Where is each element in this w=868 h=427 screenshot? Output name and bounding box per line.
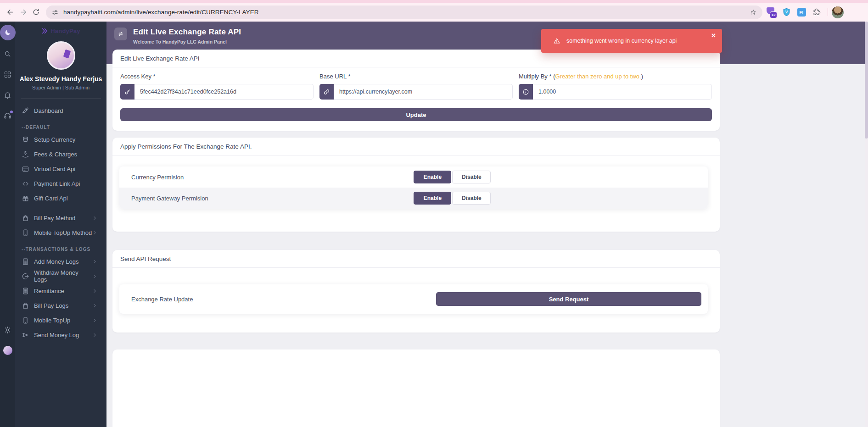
site-info-icon[interactable] bbox=[51, 9, 59, 16]
reload-button[interactable] bbox=[29, 6, 42, 19]
user-name: Alex Stevedy Handy Ferjus bbox=[15, 75, 106, 83]
permission-row-currency-permision: Currency PermisionEnableDisable bbox=[119, 166, 708, 188]
extension-shield-icon[interactable]: V bbox=[780, 6, 793, 19]
disable-button[interactable]: Disable bbox=[452, 192, 491, 205]
toolbar-divider bbox=[828, 8, 828, 16]
bag-icon bbox=[22, 214, 29, 222]
hand-dollar-icon bbox=[22, 150, 29, 158]
sidebar-item-label: Bill Pay Method bbox=[34, 215, 75, 222]
access-key-input[interactable] bbox=[134, 84, 314, 100]
sidebar-item-label: Remittance bbox=[34, 288, 64, 294]
page-title: Edit Live Exchange Rate API bbox=[133, 28, 241, 37]
permission-label: Currency Permision bbox=[131, 174, 414, 181]
brand-logo[interactable]: HandyPay bbox=[15, 22, 106, 34]
send-icon bbox=[22, 331, 29, 339]
main-content: Edit Live Exchange Rate API Welcome To H… bbox=[106, 22, 868, 427]
exchange-rate-update-label: Exchange Rate Update bbox=[131, 296, 436, 303]
rail-moon-button[interactable] bbox=[0, 25, 16, 40]
sidebar-item-gift-card-api[interactable]: Gift Card Api bbox=[15, 191, 106, 205]
send-request-button[interactable]: Send Request bbox=[436, 292, 701, 306]
access-key-field: Access Key * bbox=[120, 73, 314, 100]
base-url-input[interactable] bbox=[334, 84, 513, 100]
url-text[interactable]: handypayhaiti.com/admin/live/exchange-ra… bbox=[63, 9, 259, 16]
edit-api-card: Edit Live Exchange Rate API Access Key *… bbox=[112, 50, 720, 131]
logout-icon bbox=[22, 272, 29, 280]
extension-fi-icon[interactable]: FI bbox=[795, 6, 808, 19]
sidebar-item-label: Send Money Log bbox=[34, 332, 79, 338]
base-url-label: Base URL * bbox=[319, 73, 513, 80]
permission-label: Payment Gateway Permision bbox=[131, 195, 414, 202]
access-key-label: Access Key * bbox=[120, 73, 314, 80]
sidebar-item-label: Mobile TopUp bbox=[34, 317, 70, 324]
coins-icon bbox=[22, 136, 29, 144]
sidebar-item-label: Fees & Charges bbox=[34, 151, 77, 158]
toast-close-icon[interactable]: ✕ bbox=[711, 33, 716, 39]
search-icon bbox=[4, 50, 11, 58]
enable-button[interactable]: Enable bbox=[414, 171, 451, 183]
icon-rail bbox=[0, 22, 15, 427]
back-button[interactable] bbox=[4, 6, 17, 19]
rail-search-button[interactable] bbox=[3, 49, 13, 59]
sidebar-item-bill-pay-method[interactable]: Bill Pay Method bbox=[15, 211, 106, 225]
browser-chrome: handypayhaiti.com/admin/live/exchange-ra… bbox=[0, 0, 868, 22]
browser-profile-avatar[interactable] bbox=[832, 6, 844, 18]
code-icon bbox=[22, 180, 29, 188]
sidebar-item-payment-link-api[interactable]: Payment Link Api bbox=[15, 176, 106, 191]
sidebar-item-add-money-logs[interactable]: Add Money Logs bbox=[15, 254, 106, 269]
url-bar[interactable]: handypayhaiti.com/admin/live/exchange-ra… bbox=[46, 6, 762, 19]
page-scrollbar[interactable] bbox=[865, 22, 868, 427]
sidebar-item-remittance[interactable]: Remittance bbox=[15, 283, 106, 298]
browser-toolbar: handypayhaiti.com/admin/live/exchange-ra… bbox=[0, 3, 868, 22]
permission-row-payment-gateway-permision: Payment Gateway PermisionEnableDisable bbox=[119, 188, 708, 209]
calculator-icon bbox=[22, 287, 29, 295]
permissions-list: Currency PermisionEnableDisablePayment G… bbox=[119, 166, 708, 209]
sidebar-item-bill-pay-logs[interactable]: Bill Pay Logs bbox=[15, 298, 106, 313]
chevron-right-icon bbox=[92, 259, 97, 264]
chevron-right-icon bbox=[92, 288, 97, 294]
warning-icon bbox=[553, 37, 560, 44]
sidebar-item-send-money-log[interactable]: Send Money Log bbox=[15, 327, 106, 342]
enable-button[interactable]: Enable bbox=[414, 192, 451, 205]
user-avatar[interactable] bbox=[47, 41, 75, 70]
rail-gear-button[interactable] bbox=[3, 325, 13, 335]
card-icon bbox=[22, 165, 29, 173]
sidebar-item-mobile-topup[interactable]: Mobile TopUp bbox=[15, 313, 106, 327]
sidebar-item-withdraw-money-logs[interactable]: Withdraw Money Logs bbox=[15, 269, 106, 283]
rail-bell-button[interactable] bbox=[3, 90, 13, 100]
scrollbar-thumb[interactable] bbox=[865, 22, 868, 139]
sidebar-item-dashboard[interactable]: Dashboard bbox=[15, 103, 106, 118]
disable-button[interactable]: Disable bbox=[452, 171, 491, 183]
multiply-by-hint: Greater than zero and up to two. bbox=[555, 73, 641, 80]
chevron-right-icon bbox=[92, 274, 97, 279]
error-toast: something went wrong in currency layer a… bbox=[541, 29, 722, 53]
forward-button[interactable] bbox=[17, 6, 29, 19]
page-subtitle: Welcome To HandyPay LLC Admin Panel bbox=[133, 39, 241, 44]
svg-text:V: V bbox=[785, 10, 788, 14]
bookmark-star-icon[interactable] bbox=[750, 9, 757, 16]
send-request-card-title: Send API Request bbox=[112, 250, 720, 268]
sidebar-item-fees-charges[interactable]: Fees & Charges bbox=[15, 147, 106, 161]
sidebar-item-label: Mobile TopUp Method bbox=[34, 229, 92, 236]
reload-icon bbox=[32, 8, 40, 16]
exchange-header-button[interactable] bbox=[114, 28, 127, 40]
sidebar-item-label: Payment Link Api bbox=[34, 180, 80, 187]
moon-icon bbox=[4, 29, 11, 36]
update-button[interactable]: Update bbox=[120, 108, 712, 121]
multiply-by-input[interactable] bbox=[533, 84, 712, 100]
back-arrow-icon bbox=[6, 8, 14, 16]
rail-grid-button[interactable] bbox=[3, 69, 13, 79]
info-icon bbox=[519, 84, 533, 100]
rail-profile-mini-button[interactable] bbox=[3, 345, 13, 355]
phone-icon bbox=[22, 229, 29, 237]
multiply-by-label: Multiply By * (Greater than zero and up … bbox=[519, 73, 712, 80]
sidebar-item-setup-currency[interactable]: Setup Currency bbox=[15, 132, 106, 147]
extension-purple-icon[interactable]: 12 bbox=[765, 6, 778, 19]
sidebar-menu: Dashboard--DEFAULTSetup CurrencyFees & C… bbox=[15, 99, 106, 342]
chevron-right-icon bbox=[92, 303, 97, 308]
sidebar-item-virtual-card-api[interactable]: Virtual Card Api bbox=[15, 161, 106, 176]
bag-icon bbox=[22, 302, 29, 310]
sidebar-item-mobile-topup-method[interactable]: Mobile TopUp Method bbox=[15, 225, 106, 240]
extensions-puzzle-icon[interactable] bbox=[810, 6, 823, 19]
chevron-right-icon bbox=[92, 318, 97, 323]
rail-headset-button[interactable] bbox=[3, 111, 13, 121]
